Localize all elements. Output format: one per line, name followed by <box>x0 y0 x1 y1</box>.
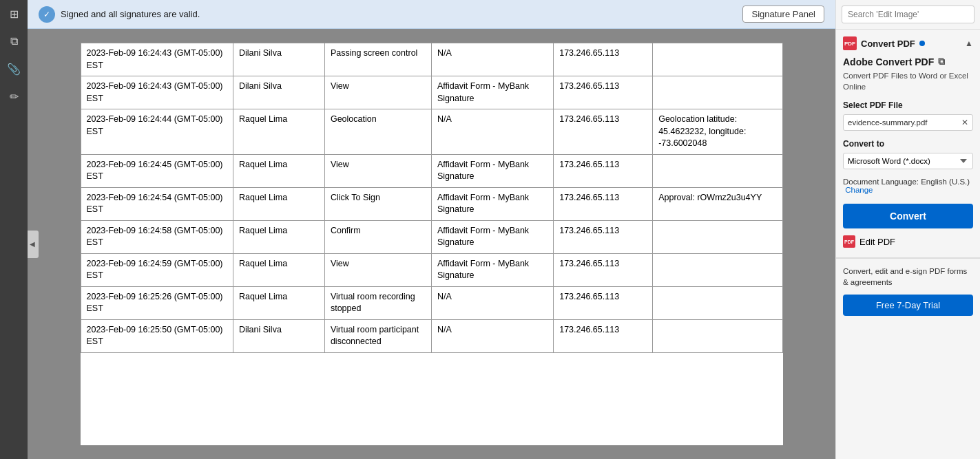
pdf-icon: PDF <box>843 36 857 50</box>
signature-text: Signed and all signatures are valid. <box>61 9 200 19</box>
cell-document: Affidavit Form - MyBank Signature <box>431 253 553 286</box>
cell-details <box>653 286 782 319</box>
signature-icon: ✓ <box>39 6 55 23</box>
cell-document: Affidavit Form - MyBank Signature <box>431 76 553 109</box>
cell-ip: 173.246.65.113 <box>554 187 653 220</box>
convert-to-select[interactable]: Microsoft Word (*.docx) <box>843 153 973 169</box>
cell-action: Confirm <box>324 220 431 253</box>
collapse-button[interactable]: ◀ <box>28 231 39 258</box>
cell-datetime: 2023-Feb-09 16:24:59 (GMT-05:00) EST <box>81 253 233 286</box>
cell-details <box>653 154 782 187</box>
paperclip-icon[interactable]: 📎 <box>6 61 22 77</box>
home-icon[interactable]: ⊞ <box>6 6 22 22</box>
cell-document: Affidavit Form - MyBank Signature <box>431 154 553 187</box>
cell-user: Dilani Silva <box>233 319 325 352</box>
cell-action: Click To Sign <box>324 187 431 220</box>
right-panel: PDF Convert PDF ▲ Adobe Convert PDF ⧉ Co… <box>835 0 980 459</box>
promo-section: Convert, edit and e-sign PDF forms & agr… <box>836 258 980 323</box>
table-row: 2023-Feb-09 16:24:43 (GMT-05:00) EST Dil… <box>81 76 782 109</box>
convert-button[interactable]: Convert <box>843 204 973 228</box>
convert-pdf-section: PDF Convert PDF ▲ Adobe Convert PDF ⧉ Co… <box>836 30 980 258</box>
copy-icon[interactable]: ⧉ <box>938 56 945 67</box>
edit-pdf-icon: PDF <box>843 235 855 248</box>
cell-datetime: 2023-Feb-09 16:24:43 (GMT-05:00) EST <box>81 76 233 109</box>
doc-language-label: Document Language: <box>843 178 919 186</box>
cell-details: Geolocation latitude: 45.4623232, longit… <box>653 109 782 155</box>
cell-datetime: 2023-Feb-09 16:24:45 (GMT-05:00) EST <box>81 154 233 187</box>
audit-table: 2023-Feb-09 16:24:43 (GMT-05:00) EST Dil… <box>81 43 783 353</box>
adobe-convert-title: Adobe Convert PDF ⧉ <box>843 56 973 67</box>
cell-user: Raquel Lima <box>233 220 325 253</box>
cell-details <box>653 319 782 352</box>
cell-document: N/A <box>431 286 553 319</box>
table-row: 2023-Feb-09 16:24:58 (GMT-05:00) EST Raq… <box>81 220 782 253</box>
search-bar-container <box>836 0 980 30</box>
doc-language: Document Language: English (U.S.) Change <box>843 178 973 194</box>
cell-details <box>653 253 782 286</box>
cell-datetime: 2023-Feb-09 16:24:54 (GMT-05:00) EST <box>81 187 233 220</box>
cell-document: N/A <box>431 319 553 352</box>
table-row: 2023-Feb-09 16:25:50 (GMT-05:00) EST Dil… <box>81 319 782 352</box>
cell-ip: 173.246.65.113 <box>554 109 653 155</box>
cell-datetime: 2023-Feb-09 16:24:44 (GMT-05:00) EST <box>81 109 233 155</box>
pen-icon[interactable]: ✏ <box>6 88 22 105</box>
cell-datetime: 2023-Feb-09 16:24:43 (GMT-05:00) EST <box>81 43 233 76</box>
cell-user: Raquel Lima <box>233 286 325 319</box>
cell-ip: 173.246.65.113 <box>554 319 653 352</box>
cell-user: Raquel Lima <box>233 109 325 155</box>
layers-icon[interactable]: ⧉ <box>6 33 22 50</box>
cell-ip: 173.246.65.113 <box>554 154 653 187</box>
edit-pdf-header: PDF Edit PDF <box>843 235 973 248</box>
cell-action: View <box>324 253 431 286</box>
signature-banner: ✓ Signed and all signatures are valid. S… <box>28 0 835 29</box>
cell-datetime: 2023-Feb-09 16:25:50 (GMT-05:00) EST <box>81 319 233 352</box>
left-sidebar: ⊞ ⧉ 📎 ✏ <box>0 0 28 459</box>
adobe-convert-desc: Convert PDF Files to Word or Excel Onlin… <box>843 70 973 92</box>
table-row: 2023-Feb-09 16:24:44 (GMT-05:00) EST Raq… <box>81 109 782 155</box>
cell-ip: 173.246.65.113 <box>554 253 653 286</box>
trial-button[interactable]: Free 7-Day Trial <box>843 295 973 316</box>
promo-text: Convert, edit and e-sign PDF forms & agr… <box>843 266 973 288</box>
cell-ip: 173.246.65.113 <box>554 286 653 319</box>
cell-user: Raquel Lima <box>233 253 325 286</box>
cell-action: Passing screen control <box>324 43 431 76</box>
edit-pdf-label: Edit PDF <box>859 237 895 247</box>
select-pdf-label: Select PDF File <box>843 100 973 110</box>
cell-user: Dilani Silva <box>233 43 325 76</box>
convert-pdf-label: Convert PDF <box>861 39 915 49</box>
cell-document: Affidavit Form - MyBank Signature <box>431 187 553 220</box>
cell-details: Approval: rOWmz2u3u4YY <box>653 187 782 220</box>
cell-ip: 173.246.65.113 <box>554 220 653 253</box>
pdf-viewer[interactable]: ◀ 2023-Feb-09 16:24:43 (GMT-05:00) EST D… <box>28 29 835 459</box>
file-remove-icon[interactable]: ✕ <box>961 118 968 127</box>
cell-document: N/A <box>431 109 553 155</box>
cell-ip: 173.246.65.113 <box>554 43 653 76</box>
table-row: 2023-Feb-09 16:24:43 (GMT-05:00) EST Dil… <box>81 43 782 76</box>
search-input[interactable] <box>842 6 974 23</box>
signature-banner-left: ✓ Signed and all signatures are valid. <box>39 6 200 23</box>
cell-datetime: 2023-Feb-09 16:24:58 (GMT-05:00) EST <box>81 220 233 253</box>
table-row: 2023-Feb-09 16:24:54 (GMT-05:00) EST Raq… <box>81 187 782 220</box>
main-content: ✓ Signed and all signatures are valid. S… <box>28 0 835 459</box>
cell-details <box>653 43 782 76</box>
signature-panel-button[interactable]: Signature Panel <box>742 6 824 23</box>
cell-document: N/A <box>431 43 553 76</box>
cell-action: Geolocation <box>324 109 431 155</box>
convert-to-label: Convert to <box>843 139 973 149</box>
cell-action: View <box>324 76 431 109</box>
file-input-row: evidence-summary.pdf ✕ <box>843 114 973 131</box>
file-name: evidence-summary.pdf <box>848 118 927 127</box>
cell-details <box>653 76 782 109</box>
cell-details <box>653 220 782 253</box>
blue-dot-indicator <box>919 41 925 46</box>
audit-table-container: 2023-Feb-09 16:24:43 (GMT-05:00) EST Dil… <box>81 43 783 445</box>
cell-user: Raquel Lima <box>233 154 325 187</box>
cell-action: Virtual room participant disconnected <box>324 319 431 352</box>
doc-language-value: English (U.S.) <box>921 178 970 186</box>
cell-ip: 173.246.65.113 <box>554 76 653 109</box>
chevron-up-icon[interactable]: ▲ <box>965 39 973 48</box>
table-row: 2023-Feb-09 16:24:45 (GMT-05:00) EST Raq… <box>81 154 782 187</box>
cell-action: View <box>324 154 431 187</box>
table-row: 2023-Feb-09 16:25:26 (GMT-05:00) EST Raq… <box>81 286 782 319</box>
change-language-link[interactable]: Change <box>845 186 873 194</box>
